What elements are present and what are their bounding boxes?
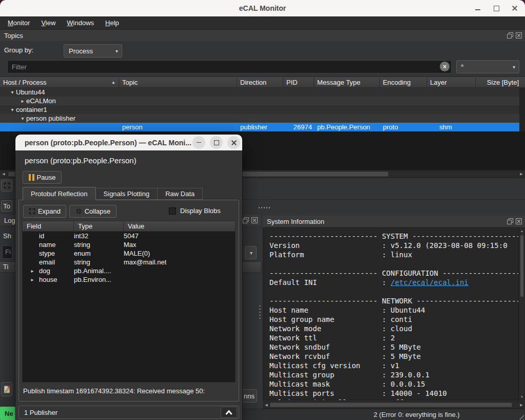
scroll-up-icon[interactable]: ▲	[519, 228, 524, 234]
column-topic[interactable]: Topic	[119, 77, 237, 87]
table-row-person-publisher[interactable]: ▾ person publisher	[0, 114, 519, 123]
log-combo-fragment[interactable]: ▾	[245, 246, 257, 259]
protobuf-table-header: Field Type Value	[23, 221, 235, 232]
publisher-count: 1 Publisher	[19, 409, 57, 416]
dialog-maximize-button[interactable]	[210, 136, 223, 149]
system-info-horizontal-scrollbar[interactable]: ◀ ▶	[263, 401, 525, 409]
tree-expanded-icon[interactable]: ▾	[9, 88, 16, 97]
column-direction[interactable]: Direction	[237, 77, 283, 87]
table-row-stype[interactable]: stype enum MALE(0)	[23, 249, 235, 258]
display-blobs-checkbox[interactable]	[169, 207, 176, 215]
reflection-dialog: person (proto:pb.People.Person) — eCAL M…	[15, 135, 242, 420]
tree-expanded-icon[interactable]: ▾	[9, 105, 16, 114]
tree-collapsed-icon[interactable]: ▸	[29, 266, 36, 275]
splitter-handle[interactable]	[259, 306, 261, 320]
scrollbar-handle[interactable]	[270, 403, 512, 407]
float-panel-icon[interactable]	[243, 217, 249, 223]
column-pid[interactable]: PID	[283, 77, 314, 87]
cell-layer: shm	[427, 123, 476, 131]
scroll-left-icon[interactable]: ◀	[263, 402, 270, 408]
column-host-process[interactable]: Host / Process ▲	[0, 77, 119, 87]
table-row-dog[interactable]: ▸dog pb.Animal....	[23, 266, 235, 275]
menu-help[interactable]: Help	[100, 19, 125, 27]
tree-expanded-icon[interactable]: ▾	[19, 114, 26, 123]
scroll-left-icon[interactable]: ◀	[0, 170, 7, 178]
main-titlebar: eCAL Monitor	[0, 0, 525, 16]
cell-direction: publisher	[237, 123, 283, 131]
maximize-icon	[494, 6, 499, 11]
toolbar-button-fragment[interactable]	[1, 180, 12, 192]
scroll-down-icon[interactable]: ▼	[519, 394, 524, 400]
close-panel-icon[interactable]	[516, 218, 522, 224]
collapse-button[interactable]: Collapse	[69, 205, 116, 218]
tab-protobuf-reflection[interactable]: Protobuf Reflection	[23, 187, 96, 200]
close-panel-icon[interactable]	[251, 217, 258, 223]
dialog-titlebar[interactable]: person (proto:pb.People.Person) — eCAL M…	[15, 135, 242, 150]
close-panel-icon[interactable]	[516, 32, 522, 39]
dialog-minimize-button[interactable]	[192, 136, 205, 149]
table-row-person-selected[interactable]: person publisher 26974 pb.People.Person …	[0, 123, 519, 131]
columns-button-fragment[interactable]: nns	[241, 389, 257, 403]
clear-filter-button[interactable]: ×	[440, 62, 450, 71]
minimize-button[interactable]	[474, 4, 482, 12]
filter-scope-select[interactable]: * ▾	[456, 60, 519, 73]
topic-heading: person (proto:pb.People.Person)	[25, 156, 137, 165]
menu-windows[interactable]: Windows	[61, 19, 100, 27]
tab-signals-plotting[interactable]: Signals Plotting	[96, 188, 158, 200]
table-row-name[interactable]: name string Max	[23, 240, 235, 249]
tree-collapsed-icon[interactable]: ▸	[19, 97, 26, 105]
display-blobs-label: Display Blobs	[180, 207, 221, 215]
column-type[interactable]: Type	[74, 221, 124, 231]
scroll-right-icon[interactable]: ▶	[518, 402, 525, 408]
edit-log-button-fragment[interactable]	[1, 382, 12, 396]
log-filter-input-fragment[interactable]: Fi	[2, 245, 12, 259]
filter-input[interactable]	[7, 60, 452, 73]
table-row-container1[interactable]: ▾ container1	[0, 105, 519, 114]
pause-button[interactable]: Pause	[23, 171, 62, 184]
column-field[interactable]: Field	[23, 221, 74, 231]
close-icon	[231, 140, 237, 145]
screen: eCAL Monitor Monitor View Windows Help T…	[0, 0, 525, 420]
splitter-handle[interactable]	[259, 207, 270, 208]
expand-button[interactable]: Expand	[23, 205, 66, 218]
table-row-ecalmon[interactable]: ▸ eCALMon	[0, 97, 519, 105]
column-encoding[interactable]: Encoding	[380, 77, 427, 87]
float-panel-icon[interactable]	[507, 32, 513, 39]
dialog-footer: 1 Publisher	[18, 406, 239, 419]
table-row-email[interactable]: email string max@mail.net	[23, 258, 235, 266]
group-by-select[interactable]: Process ▾	[64, 44, 122, 58]
system-info-vertical-scrollbar[interactable]: ▲ ▼	[519, 227, 525, 400]
minimize-icon	[197, 142, 201, 143]
tab-raw-data[interactable]: Raw Data	[158, 188, 203, 200]
cell-pid: 26974	[283, 123, 314, 131]
scrollbar-handle[interactable]	[520, 235, 523, 297]
column-message-type[interactable]: Message Type	[314, 77, 380, 87]
dialog-close-button[interactable]	[227, 136, 240, 149]
resize-grip[interactable]	[517, 413, 524, 419]
column-size[interactable]: Size [Byte]	[476, 77, 525, 87]
show-label-fragment: Sh	[3, 232, 11, 240]
close-button[interactable]	[511, 4, 519, 12]
topics-toolbar: Group by: Process ▾	[0, 41, 525, 60]
window-title: eCAL Monitor	[239, 4, 286, 12]
maximize-button[interactable]	[492, 4, 500, 12]
table-row-id[interactable]: id int32 5047	[23, 232, 235, 240]
status-message: 2 (Error 0: everything is fine.)	[374, 411, 460, 418]
menu-view[interactable]: View	[35, 19, 61, 27]
expand-details-button[interactable]	[221, 407, 237, 418]
float-panel-icon[interactable]	[507, 218, 513, 224]
topics-dock-header: Topics	[0, 30, 525, 42]
dialog-tabs: Protobuf Reflection Signals Plotting Raw…	[23, 187, 203, 200]
table-row-ubuntu44[interactable]: ▾ Ubuntu44	[0, 88, 519, 97]
table-row-house[interactable]: ▸house pb.Environ...	[23, 275, 235, 284]
ecal-ini-link[interactable]: /etc/ecal/ecal.ini	[391, 278, 469, 287]
cell-topic: person	[119, 123, 237, 131]
tab-fragment[interactable]: To	[1, 200, 12, 212]
menu-monitor[interactable]: Monitor	[2, 19, 35, 27]
scroll-right-icon[interactable]: ▶	[518, 170, 525, 178]
group-by-label: Group by:	[4, 46, 33, 54]
clear-icon: ×	[443, 63, 446, 70]
column-value[interactable]: Value	[124, 221, 235, 231]
tree-collapsed-icon[interactable]: ▸	[29, 275, 36, 284]
column-layer[interactable]: Layer	[427, 77, 476, 87]
